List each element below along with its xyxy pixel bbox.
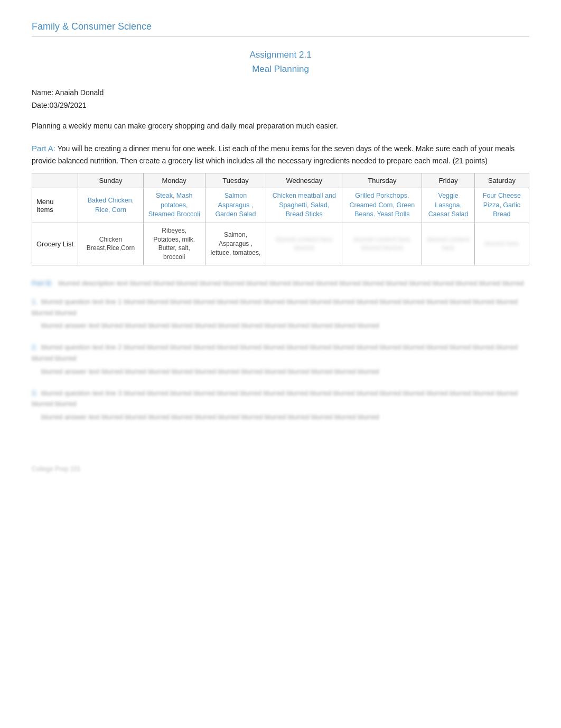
col-header-friday: Friday: [422, 173, 474, 188]
meal-planning-table: Sunday Monday Tuesday Wednesday Thursday…: [32, 173, 529, 265]
menu-tuesday: Salmon Asparagus , Garden Salad: [205, 188, 266, 223]
menu-wednesday: Chicken meatball and Spaghetti, Salad, B…: [266, 188, 342, 223]
intro-text: Planning a weekly menu can make grocery …: [32, 121, 529, 132]
part-a-label: Part A:: [32, 144, 55, 153]
grocery-tuesday: Salmon, Asparagus , lettuce, tomatoes,: [205, 223, 266, 265]
menu-items-row: MenuItems Baked Chicken, Rice, Corn Stea…: [32, 188, 529, 223]
question-2-answer: blurred answer text blurred blurred blur…: [32, 366, 529, 377]
grocery-thursday: blurred content here blurred blurred: [342, 223, 422, 265]
assignment-title: Assignment 2.1 Meal Planning: [32, 48, 529, 76]
menu-friday: Veggie Lassgna, Caesar Salad: [422, 188, 474, 223]
part-a-text: You will be creating a dinner menu for o…: [32, 144, 515, 165]
assignment-line2: Meal Planning: [32, 62, 529, 76]
page-header: Family & Consumer Science: [32, 21, 529, 37]
student-date: Date:03/29/2021: [32, 99, 529, 112]
question-2: 2. blurred question text line 2 blurred …: [32, 342, 529, 364]
grocery-sunday: Chicken Breast,Rice,Corn: [78, 223, 144, 265]
col-header-empty: [32, 173, 78, 188]
part-b-header: Part B: blurred description text blurred…: [32, 278, 529, 289]
col-header-thursday: Thursday: [342, 173, 422, 188]
question-1-answer: blurred answer text blurred blurred blur…: [32, 320, 529, 331]
student-info: Name: Anaiah Donald Date:03/29/2021: [32, 87, 529, 112]
footer: College Prep 101: [32, 465, 529, 473]
grocery-monday: Ribeyes, Potatoes, milk. Butter, salt, b…: [143, 223, 205, 265]
menu-thursday: Grilled Porkchops, Creamed Corn, Green B…: [342, 188, 422, 223]
question-3: 3. blurred question text line 3 blurred …: [32, 388, 529, 410]
student-name: Name: Anaiah Donald: [32, 87, 529, 99]
grocery-saturday: blurred here: [474, 223, 529, 265]
grocery-list-label: Grocery List: [32, 223, 78, 265]
menu-items-label: MenuItems: [32, 188, 78, 223]
col-header-saturday: Saturday: [474, 173, 529, 188]
grocery-friday: blurred content here: [422, 223, 474, 265]
part-b-section: Part B: blurred description text blurred…: [32, 278, 529, 423]
col-header-sunday: Sunday: [78, 173, 144, 188]
col-header-wednesday: Wednesday: [266, 173, 342, 188]
question-3-block: 3. blurred question text line 3 blurred …: [32, 388, 529, 423]
menu-sunday: Baked Chicken, Rice, Corn: [78, 188, 144, 223]
part-a-header: Part A: You will be creating a dinner me…: [32, 142, 529, 167]
question-3-answer: blurred answer text blurred blurred blur…: [32, 412, 529, 423]
col-header-monday: Monday: [143, 173, 205, 188]
menu-monday: Steak, Mash potatoes, Steamed Broccoli: [143, 188, 205, 223]
grocery-wednesday: blurred content here blurred: [266, 223, 342, 265]
table-header-row: Sunday Monday Tuesday Wednesday Thursday…: [32, 173, 529, 188]
question-1: 1. blurred question text line 1 blurred …: [32, 297, 529, 319]
menu-saturday: Four Cheese Pizza, Garlic Bread: [474, 188, 529, 223]
question-2-block: 2. blurred question text line 2 blurred …: [32, 342, 529, 377]
grocery-list-row: Grocery List Chicken Breast,Rice,Corn Ri…: [32, 223, 529, 265]
header-section: Family & Consumer Science: [32, 21, 529, 37]
assignment-line1: Assignment 2.1: [32, 48, 529, 62]
col-header-tuesday: Tuesday: [205, 173, 266, 188]
question-1-block: 1. blurred question text line 1 blurred …: [32, 297, 529, 331]
